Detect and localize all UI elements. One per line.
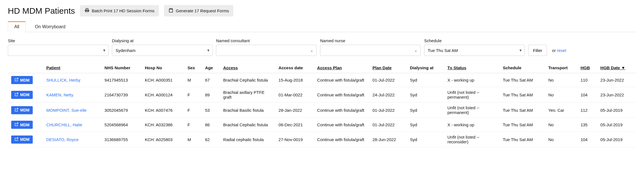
cell-age: 53: [202, 103, 220, 118]
cell-transport: No: [545, 73, 577, 87]
col-access[interactable]: Access: [220, 63, 275, 73]
cell-tx-status: X - working up: [444, 73, 499, 87]
dialysing-at-label: Dialysing at: [112, 38, 213, 43]
table-row: MDMCHURCHILL, Halie5204568964KCH: A03238…: [8, 118, 636, 132]
col-hosp: Hosp No: [142, 63, 184, 73]
batch-print-label: Batch Print 17 HD Session Forms: [92, 8, 154, 13]
cell-access: Brachial axillary PTFE graft: [220, 87, 275, 103]
cell-age: 89: [202, 87, 220, 103]
col-age: Age: [202, 63, 220, 73]
site-select[interactable]: ▾: [8, 45, 109, 56]
col-access-plan[interactable]: Access Plan: [314, 63, 369, 73]
cell-transport: No: [545, 87, 577, 103]
cell-nhs: 3136689755: [101, 132, 142, 147]
cell-dialysing-at: Syd: [406, 73, 444, 87]
cell-access-date: 15-Aug-2018: [275, 73, 314, 87]
dialysing-at-select[interactable]: Sydenham ▾: [112, 45, 213, 56]
patient-link[interactable]: SHULLICK, Herby: [46, 78, 80, 82]
col-transport: Transport: [545, 63, 577, 73]
cell-access-date: 06-Dec-2021: [275, 118, 314, 132]
generate-forms-button[interactable]: Generate 17 Request Forms: [164, 5, 233, 16]
table-row: MDMKAMEN, Netty2164730739KCH: A000124F89…: [8, 87, 636, 103]
cell-age: 62: [202, 132, 220, 147]
cell-hgb-date: 23-Jun-2022: [597, 87, 636, 103]
cell-schedule: Tue Thu Sat AM: [499, 73, 545, 87]
cell-hosp: KCH: A007476: [142, 103, 184, 118]
cell-hosp: KCH: A000124: [142, 87, 184, 103]
table-row: MDMSHULLICK, Herby9417945513KCH: A000351…: [8, 73, 636, 87]
caret-down-icon: ▾: [207, 48, 210, 53]
mdm-button[interactable]: MDM: [11, 135, 33, 144]
named-consultant-select[interactable]: ⌄: [216, 45, 317, 56]
reset-link[interactable]: reset: [557, 48, 566, 53]
cell-access-plan: Continue with fistula/graft: [314, 103, 369, 118]
cell-sex: F: [184, 118, 202, 132]
schedule-select[interactable]: Tue Thu Sat AM ▾: [424, 45, 525, 56]
cell-schedule: Tue Thu Sat AM: [499, 87, 545, 103]
col-tx-status[interactable]: Tx Status: [444, 63, 499, 73]
table-row: MDMMOMPOINT, Sue-elle3052045679KCH: A007…: [8, 103, 636, 118]
cell-dialysing-at: Syd: [406, 118, 444, 132]
col-hgb-date[interactable]: HGB Date ▼: [597, 63, 636, 73]
cell-plan-date: 24-Jul-2022: [369, 87, 406, 103]
chevron-down-icon: ⌄: [310, 48, 314, 53]
tab-all[interactable]: All: [8, 21, 26, 32]
cell-access-date: 01-Mar-0022: [275, 87, 314, 103]
cell-tx-status: Unfit (not listed -- reconsider): [444, 132, 499, 147]
cell-access: Radial cephalic fistula: [220, 132, 275, 147]
cell-transport: No: [545, 132, 577, 147]
cell-access-plan: Continue with fistula/graft: [314, 118, 369, 132]
external-link-icon: [15, 92, 18, 97]
col-access-date: Access date: [275, 63, 314, 73]
cell-plan-date: 01-Jul-2022: [369, 118, 406, 132]
cell-transport: Yes: Car: [545, 103, 577, 118]
cell-tx-status: X - working up: [444, 118, 499, 132]
col-hgb[interactable]: HGB: [577, 63, 597, 73]
mdm-button-label: MDM: [20, 137, 29, 142]
mdm-button[interactable]: MDM: [11, 106, 33, 114]
external-link-icon: [15, 137, 18, 142]
col-plan-date[interactable]: Plan Date: [369, 63, 406, 73]
patient-link[interactable]: KAMEN, Netty: [46, 92, 73, 97]
cell-hosp: KCH: A032386: [142, 118, 184, 132]
filter-button[interactable]: Filter: [528, 45, 547, 56]
cell-sex: M: [184, 73, 202, 87]
site-label: Site: [8, 38, 109, 43]
patient-link[interactable]: CHURCHILL, Halie: [46, 122, 82, 127]
chevron-down-icon: ⌄: [414, 48, 418, 53]
cell-hosp: KCH: A025803: [142, 132, 184, 147]
generate-forms-label: Generate 17 Request Forms: [176, 8, 229, 13]
clipboard-icon: [168, 8, 173, 14]
cell-access-plan: Continue with fistula/graft: [314, 73, 369, 87]
patient-link[interactable]: DESIATO, Royce: [46, 137, 78, 142]
tab-worryboard[interactable]: On Worryboard: [29, 21, 72, 32]
mdm-button[interactable]: MDM: [11, 91, 33, 99]
cell-hosp: KCH: A000351: [142, 73, 184, 87]
col-patient[interactable]: Patient: [43, 63, 101, 73]
table-row: MDMDESIATO, Royce3136689755KCH: A025803M…: [8, 132, 636, 147]
cell-access: Brachial Cephalic fistula: [220, 118, 275, 132]
cell-hgb-date: 05-Jul-2019: [597, 118, 636, 132]
cell-hgb: 112: [577, 103, 597, 118]
col-mdm: [8, 63, 43, 73]
mdm-button[interactable]: MDM: [11, 121, 33, 129]
cell-access-date: 28-Jan-2022: [275, 103, 314, 118]
cell-access: Brachial Basilic fistula: [220, 103, 275, 118]
named-nurse-label: Named nurse: [320, 38, 421, 43]
or-text: or: [552, 48, 556, 53]
page-title: HD MDM Patients: [8, 6, 75, 16]
cell-tx-status: Unfit (not listed -- permanent): [444, 103, 499, 118]
cell-hgb: 104: [577, 132, 597, 147]
patient-link[interactable]: MOMPOINT, Sue-elle: [46, 108, 86, 113]
batch-print-button[interactable]: Batch Print 17 HD Session Forms: [80, 5, 159, 16]
named-nurse-select[interactable]: ⌄: [320, 45, 421, 56]
cell-age: 67: [202, 73, 220, 87]
cell-hgb: 110: [577, 73, 597, 87]
caret-down-icon: ▾: [103, 48, 105, 53]
col-nhs: NHS Number: [101, 63, 142, 73]
mdm-button[interactable]: MDM: [11, 76, 33, 84]
cell-access-date: 27-Nov-0019: [275, 132, 314, 147]
mdm-button-label: MDM: [20, 92, 29, 97]
cell-plan-date: 28-Jun-2022: [369, 132, 406, 147]
schedule-label: Schedule: [424, 38, 525, 43]
